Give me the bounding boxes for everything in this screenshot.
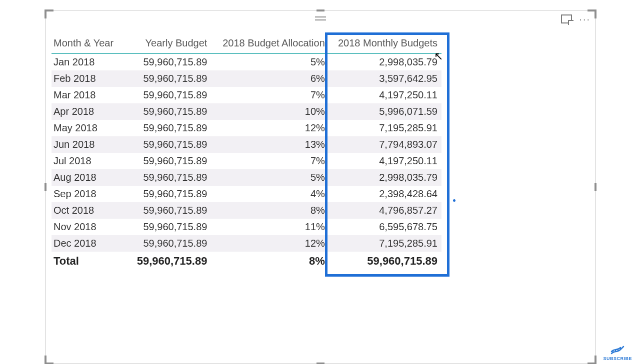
cell-yearly-budget: 59,960,715.89 (119, 70, 211, 87)
cell-monthly-budget: 4,796,857.27 (329, 202, 442, 219)
total-yearly-budget: 59,960,715.89 (119, 252, 211, 271)
resize-handle-top[interactable] (316, 9, 324, 11)
visual-frame[interactable]: ··· Month & Year Yearly Budget 2018 Budg… (45, 10, 596, 364)
cell-allocation: 4% (211, 186, 328, 202)
more-options-icon[interactable]: ··· (579, 16, 590, 21)
cell-allocation: 12% (211, 120, 328, 136)
cell-allocation: 7% (211, 87, 328, 103)
focus-mode-icon[interactable] (561, 14, 572, 23)
budget-table[interactable]: Month & Year Yearly Budget 2018 Budget A… (52, 35, 442, 271)
table-row[interactable]: May 201859,960,715.8912%7,195,285.91 (52, 120, 442, 136)
cell-yearly-budget: 59,960,715.89 (119, 186, 211, 202)
cell-month-year: Aug 2018 (52, 169, 119, 186)
dna-icon (610, 345, 625, 355)
resize-handle-right[interactable] (594, 183, 596, 191)
cell-allocation: 5% (211, 53, 328, 70)
table-row[interactable]: Mar 201859,960,715.897%4,197,250.11 (52, 87, 442, 103)
cell-yearly-budget: 59,960,715.89 (119, 219, 211, 235)
cell-yearly-budget: 59,960,715.89 (119, 53, 211, 70)
cell-allocation: 10% (211, 103, 328, 120)
cell-yearly-budget: 59,960,715.89 (119, 136, 211, 153)
cell-monthly-budget: 7,794,893.07 (329, 136, 442, 153)
cell-month-year: Oct 2018 (52, 202, 119, 219)
cell-monthly-budget: 2,998,035.79 (329, 53, 442, 70)
cell-month-year: Dec 2018 (52, 235, 119, 252)
cell-month-year: Apr 2018 (52, 103, 119, 120)
subscribe-badge[interactable]: SUBSCRIBE (603, 345, 632, 361)
cell-month-year: May 2018 (52, 120, 119, 136)
decorative-dot (453, 199, 456, 202)
table-row[interactable]: Sep 201859,960,715.894%2,398,428.64 (52, 186, 442, 202)
col-header-allocation[interactable]: 2018 Budget Allocation (211, 35, 328, 53)
table-row[interactable]: Apr 201859,960,715.8910%5,996,071.59 (52, 103, 442, 120)
cell-month-year: Nov 2018 (52, 219, 119, 235)
resize-handle-br[interactable] (588, 356, 596, 364)
cell-yearly-budget: 59,960,715.89 (119, 103, 211, 120)
cell-monthly-budget: 3,597,642.95 (329, 70, 442, 87)
total-monthly-budget: 59,960,715.89 (329, 252, 442, 271)
total-allocation: 8% (211, 252, 328, 271)
cell-allocation: 7% (211, 153, 328, 169)
cell-allocation: 6% (211, 70, 328, 87)
cell-monthly-budget: 2,398,428.64 (329, 186, 442, 202)
resize-handle-left[interactable] (44, 183, 46, 191)
cell-allocation: 5% (211, 169, 328, 186)
col-header-month-year[interactable]: Month & Year (52, 35, 119, 53)
cell-month-year: Feb 2018 (52, 70, 119, 87)
cell-yearly-budget: 59,960,715.89 (119, 169, 211, 186)
table-body: Jan 201859,960,715.895%2,998,035.79Feb 2… (52, 53, 442, 252)
cell-yearly-budget: 59,960,715.89 (119, 235, 211, 252)
cell-yearly-budget: 59,960,715.89 (119, 153, 211, 169)
cell-month-year: Jun 2018 (52, 136, 119, 153)
budget-table-container: Month & Year Yearly Budget 2018 Budget A… (52, 35, 442, 271)
cell-month-year: Jul 2018 (52, 153, 119, 169)
cell-monthly-budget: 6,595,678.75 (329, 219, 442, 235)
cell-monthly-budget: 5,996,071.59 (329, 103, 442, 120)
cell-allocation: 11% (211, 219, 328, 235)
resize-handle-tl[interactable] (44, 9, 54, 18)
cell-monthly-budget: 4,197,250.11 (329, 87, 442, 103)
cell-monthly-budget: 7,195,285.91 (329, 120, 442, 136)
cell-allocation: 8% (211, 202, 328, 219)
resize-handle-bl[interactable] (44, 356, 54, 364)
cell-yearly-budget: 59,960,715.89 (119, 87, 211, 103)
cell-monthly-budget: 7,195,285.91 (329, 235, 442, 252)
cell-month-year: Mar 2018 (52, 87, 119, 103)
cell-yearly-budget: 59,960,715.89 (119, 202, 211, 219)
table-row[interactable]: Jun 201859,960,715.8913%7,794,893.07 (52, 136, 442, 153)
table-header-row: Month & Year Yearly Budget 2018 Budget A… (52, 35, 442, 53)
col-header-yearly-budget[interactable]: Yearly Budget (119, 35, 211, 53)
table-total-row: Total 59,960,715.89 8% 59,960,715.89 (52, 252, 442, 271)
cell-yearly-budget: 59,960,715.89 (119, 120, 211, 136)
cell-allocation: 13% (211, 136, 328, 153)
drag-handle-icon[interactable] (315, 16, 326, 20)
total-label: Total (52, 252, 119, 271)
subscribe-label: SUBSCRIBE (603, 356, 632, 361)
cell-month-year: Sep 2018 (52, 186, 119, 202)
cell-month-year: Jan 2018 (52, 53, 119, 70)
col-header-monthly-budget[interactable]: 2018 Monthly Budgets (329, 35, 442, 53)
table-row[interactable]: Jul 201859,960,715.897%4,197,250.11 (52, 153, 442, 169)
table-row[interactable]: Oct 201859,960,715.898%4,796,857.27 (52, 202, 442, 219)
table-row[interactable]: Dec 201859,960,715.8912%7,195,285.91 (52, 235, 442, 252)
table-row[interactable]: Feb 201859,960,715.896%3,597,642.95 (52, 70, 442, 87)
table-row[interactable]: Jan 201859,960,715.895%2,998,035.79 (52, 53, 442, 70)
cell-monthly-budget: 4,197,250.11 (329, 153, 442, 169)
table-row[interactable]: Nov 201859,960,715.8911%6,595,678.75 (52, 219, 442, 235)
cell-allocation: 12% (211, 235, 328, 252)
table-row[interactable]: Aug 201859,960,715.895%2,998,035.79 (52, 169, 442, 186)
cell-monthly-budget: 2,998,035.79 (329, 169, 442, 186)
